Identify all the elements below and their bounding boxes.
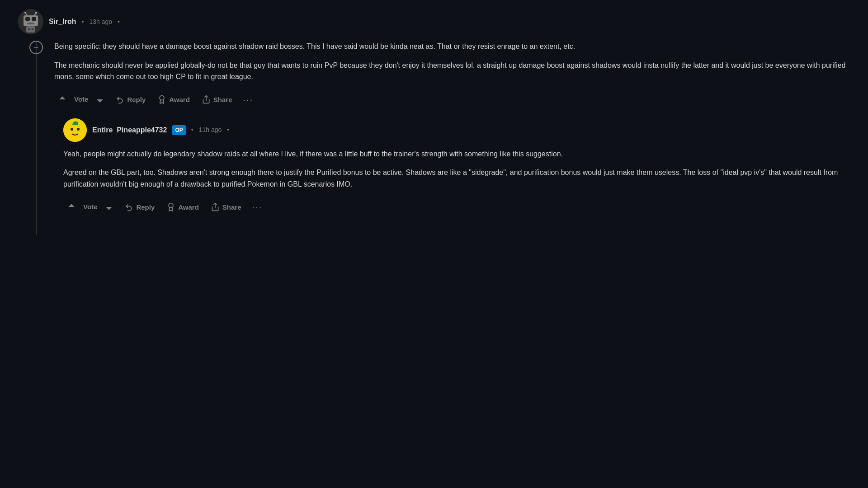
vertical-line bbox=[36, 41, 37, 235]
svg-rect-3 bbox=[32, 17, 36, 21]
top-comment-more-button[interactable]: ··· bbox=[240, 92, 257, 108]
nested-more-button[interactable]: ··· bbox=[249, 199, 266, 215]
nested-comment-text: Yeah, people might actually do legendary… bbox=[63, 148, 850, 190]
nested-reply-label: Reply bbox=[136, 203, 155, 211]
nested-share-label: Share bbox=[222, 203, 241, 211]
avatar-pineapple bbox=[63, 118, 87, 142]
top-comment-reply-label: Reply bbox=[127, 96, 146, 103]
top-comment-upvote-button[interactable] bbox=[54, 92, 71, 107]
nested-award-label: Award bbox=[178, 203, 199, 211]
svg-point-16 bbox=[77, 128, 80, 131]
svg-point-17 bbox=[169, 203, 173, 208]
top-comment-left-line: − bbox=[18, 41, 54, 235]
svg-rect-2 bbox=[25, 17, 30, 21]
nested-comment-timestamp: 11h ago bbox=[199, 125, 222, 135]
nested-comment-header: Entire_Pineapple4732 OP • 11h ago • bbox=[63, 118, 850, 142]
top-comment-downvote-button[interactable] bbox=[92, 92, 108, 107]
top-comment-body: − Being specific: they should have a dam… bbox=[18, 41, 850, 235]
svg-point-8 bbox=[35, 12, 37, 14]
top-comment-username: Sir_Iroh bbox=[49, 16, 76, 27]
svg-point-12 bbox=[160, 96, 164, 100]
nested-upvote-button[interactable] bbox=[63, 200, 80, 214]
nested-reply: Entire_Pineapple4732 OP • 11h ago • Yeah… bbox=[63, 118, 850, 215]
svg-rect-1 bbox=[24, 15, 38, 26]
top-comment-award-button[interactable]: Award bbox=[153, 92, 194, 107]
nested-share-button[interactable]: Share bbox=[206, 200, 246, 214]
top-comment-content: Being specific: they should have a damag… bbox=[54, 41, 850, 235]
svg-rect-4 bbox=[27, 23, 34, 24]
top-comment-header: Sir_Iroh • 13h ago • bbox=[18, 9, 850, 34]
nested-vote-label: Vote bbox=[81, 202, 99, 212]
svg-point-11 bbox=[32, 28, 33, 30]
svg-point-10 bbox=[28, 28, 30, 30]
nested-downvote-button[interactable] bbox=[101, 200, 117, 214]
nested-comment-action-bar: Vote bbox=[63, 199, 850, 215]
page-container: Sir_Iroh • 13h ago • − Being specific: t… bbox=[0, 0, 868, 244]
top-comment-vote-area: Vote bbox=[54, 92, 108, 107]
svg-rect-9 bbox=[26, 26, 35, 33]
svg-point-15 bbox=[71, 128, 73, 131]
top-comment-dot1: • bbox=[81, 17, 84, 27]
nested-reply-button[interactable]: Reply bbox=[120, 200, 159, 214]
share-icon bbox=[202, 95, 211, 104]
nested-dot2: • bbox=[227, 125, 229, 135]
collapse-button[interactable]: − bbox=[29, 41, 43, 54]
nested-award-button[interactable]: Award bbox=[162, 200, 203, 214]
top-comment: Sir_Iroh • 13h ago • − Being specific: t… bbox=[18, 9, 850, 235]
nested-reply-icon bbox=[124, 202, 133, 211]
svg-point-6 bbox=[24, 12, 26, 14]
top-comment-action-bar: Vote Reply bbox=[54, 92, 850, 108]
top-comment-vote-label: Vote bbox=[72, 94, 90, 105]
avatar-sir-iroh bbox=[18, 9, 43, 34]
nested-dot1: • bbox=[191, 125, 193, 135]
nested-upvote-icon bbox=[67, 202, 76, 211]
top-comment-para-2: The mechanic should never be applied glo… bbox=[54, 60, 850, 83]
top-comment-share-label: Share bbox=[213, 96, 232, 103]
nested-comment-para-2: Agreed on the GBL part, too. Shadows are… bbox=[63, 167, 850, 190]
nested-comment-vote-area: Vote bbox=[63, 200, 117, 214]
top-comment-award-label: Award bbox=[169, 96, 190, 103]
nested-share-icon bbox=[211, 202, 220, 211]
op-badge: OP bbox=[172, 125, 185, 135]
award-icon bbox=[157, 95, 166, 104]
upvote-icon bbox=[58, 95, 67, 104]
top-comment-dot2: • bbox=[118, 17, 120, 27]
reply-icon bbox=[115, 95, 124, 104]
nested-award-icon bbox=[166, 202, 175, 211]
top-comment-para-1: Being specific: they should have a damag… bbox=[54, 41, 850, 52]
top-comment-timestamp: 13h ago bbox=[89, 17, 112, 27]
nested-comment-content: Yeah, people might actually do legendary… bbox=[63, 148, 850, 215]
nested-comment-username: Entire_Pineapple4732 bbox=[92, 125, 167, 136]
downvote-icon bbox=[95, 95, 104, 104]
top-comment-share-button[interactable]: Share bbox=[197, 92, 237, 107]
top-comment-reply-button[interactable]: Reply bbox=[111, 92, 150, 107]
nested-comment-para-1: Yeah, people might actually do legendary… bbox=[63, 148, 850, 160]
nested-downvote-icon bbox=[104, 202, 113, 211]
top-comment-text: Being specific: they should have a damag… bbox=[54, 41, 850, 83]
